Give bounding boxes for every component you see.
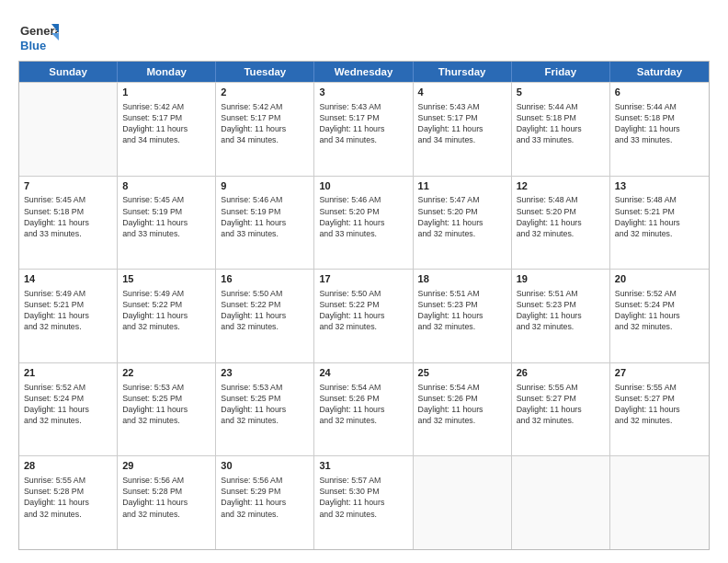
page: General Blue SundayMondayTuesdayWednesda…: [0, 0, 728, 563]
day-number: 26: [517, 366, 605, 380]
day-info: Sunrise: 5:49 AMSunset: 5:22 PMDaylight:…: [122, 288, 210, 333]
calendar-row: 21Sunrise: 5:52 AMSunset: 5:24 PMDayligh…: [19, 362, 709, 456]
day-number: 6: [615, 86, 704, 99]
day-info: Sunrise: 5:45 AMSunset: 5:19 PMDaylight:…: [122, 194, 210, 239]
day-number: 11: [418, 179, 506, 193]
day-number: 8: [122, 179, 210, 193]
calendar-cell: 10Sunrise: 5:46 AMSunset: 5:20 PMDayligh…: [314, 177, 413, 270]
logo-icon: General Blue: [18, 17, 59, 57]
calendar-cell: [414, 456, 512, 549]
calendar-cell: 13Sunrise: 5:48 AMSunset: 5:21 PMDayligh…: [610, 177, 709, 270]
day-number: 15: [122, 272, 210, 286]
calendar-cell: 28Sunrise: 5:55 AMSunset: 5:28 PMDayligh…: [19, 456, 118, 549]
day-info: Sunrise: 5:50 AMSunset: 5:22 PMDaylight:…: [221, 288, 309, 333]
calendar-cell: 6Sunrise: 5:44 AMSunset: 5:18 PMDaylight…: [610, 83, 709, 176]
day-info: Sunrise: 5:49 AMSunset: 5:21 PMDaylight:…: [24, 288, 112, 333]
calendar-cell: 19Sunrise: 5:51 AMSunset: 5:23 PMDayligh…: [512, 270, 610, 362]
day-info: Sunrise: 5:56 AMSunset: 5:28 PMDaylight:…: [122, 475, 210, 520]
day-info: Sunrise: 5:55 AMSunset: 5:28 PMDaylight:…: [24, 475, 112, 520]
day-info: Sunrise: 5:53 AMSunset: 5:25 PMDaylight:…: [122, 382, 210, 427]
calendar-cell: 16Sunrise: 5:50 AMSunset: 5:22 PMDayligh…: [216, 270, 314, 362]
calendar-cell: 25Sunrise: 5:54 AMSunset: 5:26 PMDayligh…: [414, 363, 512, 456]
day-number: 1: [122, 86, 210, 99]
day-number: 30: [221, 459, 309, 473]
calendar-cell: 12Sunrise: 5:48 AMSunset: 5:20 PMDayligh…: [512, 177, 610, 270]
calendar-row: 1Sunrise: 5:42 AMSunset: 5:17 PMDaylight…: [19, 82, 709, 176]
day-info: Sunrise: 5:44 AMSunset: 5:18 PMDaylight:…: [517, 101, 605, 146]
day-number: 10: [319, 179, 407, 193]
day-info: Sunrise: 5:55 AMSunset: 5:27 PMDaylight:…: [517, 382, 605, 427]
calendar-cell: 27Sunrise: 5:55 AMSunset: 5:27 PMDayligh…: [610, 363, 709, 456]
calendar-cell: 1Sunrise: 5:42 AMSunset: 5:17 PMDaylight…: [118, 83, 216, 176]
day-number: 4: [418, 86, 506, 99]
day-number: 12: [517, 179, 605, 193]
calendar-body: 1Sunrise: 5:42 AMSunset: 5:17 PMDaylight…: [19, 82, 709, 549]
day-number: 20: [615, 272, 704, 286]
day-info: Sunrise: 5:52 AMSunset: 5:24 PMDaylight:…: [24, 382, 112, 427]
calendar-cell: 23Sunrise: 5:53 AMSunset: 5:25 PMDayligh…: [216, 363, 314, 456]
day-number: 16: [221, 272, 309, 286]
weekday-header: Monday: [118, 62, 216, 82]
logo: General Blue: [18, 17, 59, 57]
day-number: 28: [24, 459, 112, 473]
weekday-header: Saturday: [610, 62, 709, 82]
weekday-header: Sunday: [19, 62, 118, 82]
day-number: 7: [24, 179, 112, 193]
day-info: Sunrise: 5:43 AMSunset: 5:17 PMDaylight:…: [319, 101, 407, 146]
day-number: 25: [418, 366, 506, 380]
day-number: 18: [418, 272, 506, 286]
header: General Blue: [18, 17, 710, 57]
weekday-header: Wednesday: [314, 62, 413, 82]
day-info: Sunrise: 5:48 AMSunset: 5:21 PMDaylight:…: [615, 194, 704, 239]
day-info: Sunrise: 5:44 AMSunset: 5:18 PMDaylight:…: [615, 101, 704, 146]
calendar-cell: 22Sunrise: 5:53 AMSunset: 5:25 PMDayligh…: [118, 363, 216, 456]
day-info: Sunrise: 5:54 AMSunset: 5:26 PMDaylight:…: [418, 382, 506, 427]
calendar-cell: 4Sunrise: 5:43 AMSunset: 5:17 PMDaylight…: [414, 83, 512, 176]
weekday-header: Friday: [512, 62, 610, 82]
calendar-cell: 30Sunrise: 5:56 AMSunset: 5:29 PMDayligh…: [216, 456, 314, 549]
day-number: 14: [24, 272, 112, 286]
calendar-header: SundayMondayTuesdayWednesdayThursdayFrid…: [19, 62, 709, 82]
day-info: Sunrise: 5:47 AMSunset: 5:20 PMDaylight:…: [418, 194, 506, 239]
weekday-header: Tuesday: [216, 62, 314, 82]
calendar-cell: 2Sunrise: 5:42 AMSunset: 5:17 PMDaylight…: [216, 83, 314, 176]
day-info: Sunrise: 5:45 AMSunset: 5:18 PMDaylight:…: [24, 194, 112, 239]
day-info: Sunrise: 5:42 AMSunset: 5:17 PMDaylight:…: [221, 101, 309, 146]
day-info: Sunrise: 5:46 AMSunset: 5:20 PMDaylight:…: [319, 194, 407, 239]
day-info: Sunrise: 5:51 AMSunset: 5:23 PMDaylight:…: [517, 288, 605, 333]
calendar-cell: 8Sunrise: 5:45 AMSunset: 5:19 PMDaylight…: [118, 177, 216, 270]
calendar-cell: 15Sunrise: 5:49 AMSunset: 5:22 PMDayligh…: [118, 270, 216, 362]
day-info: Sunrise: 5:51 AMSunset: 5:23 PMDaylight:…: [418, 288, 506, 333]
day-info: Sunrise: 5:52 AMSunset: 5:24 PMDaylight:…: [615, 288, 704, 333]
calendar-cell: 20Sunrise: 5:52 AMSunset: 5:24 PMDayligh…: [610, 270, 709, 362]
calendar-row: 7Sunrise: 5:45 AMSunset: 5:18 PMDaylight…: [19, 176, 709, 270]
day-number: 2: [221, 86, 309, 99]
day-info: Sunrise: 5:43 AMSunset: 5:17 PMDaylight:…: [418, 101, 506, 146]
day-number: 3: [319, 86, 407, 99]
calendar-cell: 31Sunrise: 5:57 AMSunset: 5:30 PMDayligh…: [314, 456, 413, 549]
day-info: Sunrise: 5:55 AMSunset: 5:27 PMDaylight:…: [615, 382, 704, 427]
day-info: Sunrise: 5:56 AMSunset: 5:29 PMDaylight:…: [221, 475, 309, 520]
calendar-cell: 9Sunrise: 5:46 AMSunset: 5:19 PMDaylight…: [216, 177, 314, 270]
day-number: 23: [221, 366, 309, 380]
day-number: 21: [24, 366, 112, 380]
calendar-cell: 5Sunrise: 5:44 AMSunset: 5:18 PMDaylight…: [512, 83, 610, 176]
day-info: Sunrise: 5:42 AMSunset: 5:17 PMDaylight:…: [122, 101, 210, 146]
day-number: 29: [122, 459, 210, 473]
day-number: 31: [319, 459, 407, 473]
calendar-cell: [19, 83, 118, 176]
day-info: Sunrise: 5:46 AMSunset: 5:19 PMDaylight:…: [221, 194, 309, 239]
calendar-cell: 17Sunrise: 5:50 AMSunset: 5:22 PMDayligh…: [314, 270, 413, 362]
day-info: Sunrise: 5:57 AMSunset: 5:30 PMDaylight:…: [319, 475, 407, 520]
calendar-cell: 24Sunrise: 5:54 AMSunset: 5:26 PMDayligh…: [314, 363, 413, 456]
day-number: 24: [319, 366, 407, 380]
day-number: 17: [319, 272, 407, 286]
svg-text:General: General: [20, 24, 59, 38]
calendar-cell: 21Sunrise: 5:52 AMSunset: 5:24 PMDayligh…: [19, 363, 118, 456]
calendar: SundayMondayTuesdayWednesdayThursdayFrid…: [18, 61, 710, 550]
day-number: 27: [615, 366, 704, 380]
day-number: 19: [517, 272, 605, 286]
calendar-cell: 7Sunrise: 5:45 AMSunset: 5:18 PMDaylight…: [19, 177, 118, 270]
day-number: 9: [221, 179, 309, 193]
day-number: 13: [615, 179, 704, 193]
